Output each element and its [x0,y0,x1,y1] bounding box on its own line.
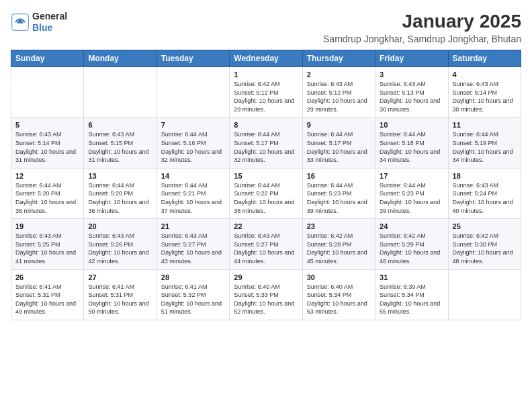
cell-info: Sunrise: 6:43 AM Sunset: 5:27 PM Dayligh… [234,232,298,265]
cell-info: Sunrise: 6:44 AM Sunset: 5:19 PM Dayligh… [453,130,517,164]
cell-date: 6 [88,121,152,129]
cell-date: 22 [234,222,298,230]
cell-info: Sunrise: 6:43 AM Sunset: 5:25 PM Dayligh… [15,232,79,265]
cell-info: Sunrise: 6:44 AM Sunset: 5:20 PM Dayligh… [15,181,79,215]
week-row-0: 1Sunrise: 6:42 AM Sunset: 5:12 PM Daylig… [11,67,521,118]
cell-date: 16 [307,172,371,180]
cell-date: 17 [380,172,443,180]
cell-info: Sunrise: 6:43 AM Sunset: 5:26 PM Dayligh… [88,232,152,265]
calendar-cell: 17Sunrise: 6:44 AM Sunset: 5:23 PM Dayli… [375,168,448,218]
cell-info: Sunrise: 6:41 AM Sunset: 5:31 PM Dayligh… [88,283,152,316]
cell-date: 13 [88,172,152,180]
header: General Blue January 2025 Samdrup Jongkh… [11,11,521,44]
calendar-cell: 6Sunrise: 6:43 AM Sunset: 5:15 PM Daylig… [84,118,157,168]
cell-info: Sunrise: 6:44 AM Sunset: 5:20 PM Dayligh… [88,181,152,215]
calendar-cell: 18Sunrise: 6:43 AM Sunset: 5:24 PM Dayli… [448,168,521,218]
cell-date: 27 [88,273,152,281]
cell-info: Sunrise: 6:44 AM Sunset: 5:16 PM Dayligh… [161,130,225,164]
cell-info: Sunrise: 6:40 AM Sunset: 5:33 PM Dayligh… [234,283,298,316]
cell-date: 8 [234,121,298,129]
cell-date: 10 [380,121,443,129]
cell-info: Sunrise: 6:42 AM Sunset: 5:29 PM Dayligh… [380,232,443,265]
calendar-cell: 28Sunrise: 6:41 AM Sunset: 5:32 PM Dayli… [157,269,229,320]
cell-date: 14 [161,172,225,180]
cell-date: 9 [307,121,371,129]
cell-info: Sunrise: 6:44 AM Sunset: 5:21 PM Dayligh… [161,181,225,215]
calendar-cell: 4Sunrise: 6:43 AM Sunset: 5:14 PM Daylig… [448,67,521,118]
cell-info: Sunrise: 6:41 AM Sunset: 5:32 PM Dayligh… [161,283,225,316]
cell-date: 26 [15,273,79,281]
calendar-cell [84,67,157,118]
cell-info: Sunrise: 6:43 AM Sunset: 5:24 PM Dayligh… [453,181,517,215]
cell-date: 30 [307,273,371,281]
calendar-cell: 26Sunrise: 6:41 AM Sunset: 5:31 PM Dayli… [11,269,84,320]
cell-date: 31 [380,273,443,281]
cell-info: Sunrise: 6:43 AM Sunset: 5:14 PM Dayligh… [453,80,517,113]
calendar-cell: 23Sunrise: 6:42 AM Sunset: 5:28 PM Dayli… [302,219,375,269]
logo-general: General [32,11,67,21]
calendar-cell: 14Sunrise: 6:44 AM Sunset: 5:21 PM Dayli… [157,168,229,218]
cell-date: 1 [234,71,298,79]
calendar-cell: 22Sunrise: 6:43 AM Sunset: 5:27 PM Dayli… [230,219,302,269]
cell-info: Sunrise: 6:42 AM Sunset: 5:30 PM Dayligh… [453,232,517,265]
cell-info: Sunrise: 6:43 AM Sunset: 5:12 PM Dayligh… [307,80,371,113]
calendar-cell: 16Sunrise: 6:44 AM Sunset: 5:23 PM Dayli… [302,168,375,218]
cell-info: Sunrise: 6:44 AM Sunset: 5:17 PM Dayligh… [307,130,371,164]
weekday-header-monday: Monday [84,50,157,67]
cell-date: 24 [380,222,443,230]
calendar-cell [11,67,84,118]
cell-date: 7 [161,121,225,129]
calendar-cell: 7Sunrise: 6:44 AM Sunset: 5:16 PM Daylig… [157,118,229,168]
cell-date: 5 [15,121,79,129]
cell-info: Sunrise: 6:44 AM Sunset: 5:23 PM Dayligh… [307,181,371,215]
calendar-cell: 12Sunrise: 6:44 AM Sunset: 5:20 PM Dayli… [11,168,84,218]
calendar-cell: 15Sunrise: 6:44 AM Sunset: 5:22 PM Dayli… [230,168,302,218]
weekday-header-row: SundayMondayTuesdayWednesdayThursdayFrid… [11,50,521,67]
cell-info: Sunrise: 6:43 AM Sunset: 5:27 PM Dayligh… [161,232,225,265]
calendar-cell: 19Sunrise: 6:43 AM Sunset: 5:25 PM Dayli… [11,219,84,269]
cell-info: Sunrise: 6:42 AM Sunset: 5:28 PM Dayligh… [307,232,371,265]
cell-info: Sunrise: 6:40 AM Sunset: 5:34 PM Dayligh… [307,283,371,316]
cell-info: Sunrise: 6:39 AM Sunset: 5:34 PM Dayligh… [380,283,443,316]
weekday-header-thursday: Thursday [302,50,375,67]
cell-date: 4 [453,71,517,79]
calendar-cell: 8Sunrise: 6:44 AM Sunset: 5:17 PM Daylig… [230,118,302,168]
cell-info: Sunrise: 6:43 AM Sunset: 5:15 PM Dayligh… [88,130,152,164]
calendar-cell: 2Sunrise: 6:43 AM Sunset: 5:12 PM Daylig… [302,67,375,118]
calendar-cell: 31Sunrise: 6:39 AM Sunset: 5:34 PM Dayli… [375,269,448,320]
weekday-header-saturday: Saturday [448,50,521,67]
calendar-title: January 2025 [323,11,521,32]
calendar-cell: 30Sunrise: 6:40 AM Sunset: 5:34 PM Dayli… [302,269,375,320]
logo-text: General Blue [32,11,67,34]
cell-info: Sunrise: 6:41 AM Sunset: 5:31 PM Dayligh… [15,283,79,316]
cell-date: 23 [307,222,371,230]
calendar-cell: 27Sunrise: 6:41 AM Sunset: 5:31 PM Dayli… [84,269,157,320]
logo-icon [11,13,30,32]
cell-date: 25 [453,222,517,230]
cell-info: Sunrise: 6:43 AM Sunset: 5:14 PM Dayligh… [15,130,79,164]
calendar-subtitle: Samdrup Jongkhar, Samdrup Jongkhar, Bhut… [323,34,521,44]
week-row-1: 5Sunrise: 6:43 AM Sunset: 5:14 PM Daylig… [11,118,521,168]
calendar-cell [448,269,521,320]
cell-info: Sunrise: 6:44 AM Sunset: 5:18 PM Dayligh… [380,130,443,164]
cell-info: Sunrise: 6:44 AM Sunset: 5:23 PM Dayligh… [380,181,443,215]
calendar-cell: 5Sunrise: 6:43 AM Sunset: 5:14 PM Daylig… [11,118,84,168]
calendar-cell: 11Sunrise: 6:44 AM Sunset: 5:19 PM Dayli… [448,118,521,168]
calendar-cell: 9Sunrise: 6:44 AM Sunset: 5:17 PM Daylig… [302,118,375,168]
weekday-header-friday: Friday [375,50,448,67]
calendar-cell: 21Sunrise: 6:43 AM Sunset: 5:27 PM Dayli… [157,219,229,269]
logo-area: General Blue [11,11,67,34]
cell-date: 12 [15,172,79,180]
cell-info: Sunrise: 6:44 AM Sunset: 5:17 PM Dayligh… [234,130,298,164]
calendar-cell [157,67,229,118]
calendar-cell: 10Sunrise: 6:44 AM Sunset: 5:18 PM Dayli… [375,118,448,168]
cell-date: 15 [234,172,298,180]
cell-date: 29 [234,273,298,281]
calendar-cell: 24Sunrise: 6:42 AM Sunset: 5:29 PM Dayli… [375,219,448,269]
cell-info: Sunrise: 6:44 AM Sunset: 5:22 PM Dayligh… [234,181,298,215]
week-row-2: 12Sunrise: 6:44 AM Sunset: 5:20 PM Dayli… [11,168,521,218]
week-row-3: 19Sunrise: 6:43 AM Sunset: 5:25 PM Dayli… [11,219,521,269]
cell-date: 19 [15,222,79,230]
logo-blue: Blue [32,22,52,33]
weekday-header-wednesday: Wednesday [230,50,302,67]
